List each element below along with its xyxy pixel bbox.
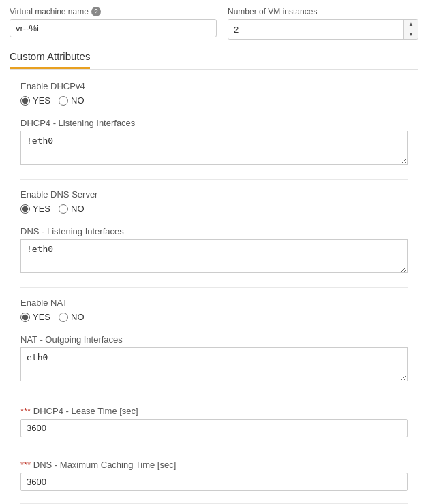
nat-no-label[interactable]: NO bbox=[59, 312, 85, 322]
nat-yes-text: YES bbox=[33, 312, 50, 322]
attributes-content: Enable DHCPv4 YES NO DHCP4 - Listening I… bbox=[10, 70, 418, 504]
nat-outgoing-textarea[interactable]: eth0 bbox=[20, 347, 408, 381]
sep1 bbox=[20, 179, 408, 180]
dns-cache-stars: *** bbox=[20, 460, 31, 470]
dns-cache-label-text: DNS - Maximum Caching Time [sec] bbox=[31, 460, 176, 470]
nat-outgoing-label-text: NAT - Outgoing Interfaces bbox=[20, 334, 123, 345]
nat-outgoing-group: NAT - Outgoing Interfaces eth0 bbox=[20, 334, 408, 383]
vm-instances-label-text: Number of VM instances bbox=[228, 7, 317, 16]
vm-instances-block: Number of VM instances ▲ ▼ bbox=[228, 7, 418, 40]
nat-yes-radio[interactable] bbox=[20, 313, 30, 322]
dhcp4-listening-label-text: DHCP4 - Listening Interfaces bbox=[20, 118, 135, 128]
custom-attributes-tab[interactable]: Custom Attributes bbox=[10, 46, 90, 69]
spin-up-button[interactable]: ▲ bbox=[404, 20, 418, 29]
dns-listening-label: DNS - Listening Interfaces bbox=[20, 226, 408, 236]
dhcpv4-yes-label[interactable]: YES bbox=[20, 95, 50, 106]
dns-yes-radio[interactable] bbox=[20, 204, 30, 214]
dhcpv4-no-radio[interactable] bbox=[59, 96, 68, 106]
custom-attributes-section: Custom Attributes Enable DHCPv4 YES NO bbox=[0, 46, 428, 504]
nat-no-radio[interactable] bbox=[59, 313, 68, 322]
dns-listening-label-text: DNS - Listening Interfaces bbox=[20, 226, 124, 236]
spin-buttons: ▲ ▼ bbox=[403, 20, 418, 39]
dns-listening-group: DNS - Listening Interfaces !eth0 bbox=[20, 226, 408, 275]
dhcpv4-yes-radio[interactable] bbox=[20, 96, 30, 106]
spin-down-button[interactable]: ▼ bbox=[404, 29, 418, 39]
dns-yes-text: YES bbox=[33, 204, 50, 214]
dns-no-text: NO bbox=[71, 204, 85, 214]
sep2 bbox=[20, 287, 408, 288]
sep3 bbox=[20, 396, 408, 396]
dhcp4-listening-label: DHCP4 - Listening Interfaces bbox=[20, 118, 408, 128]
vm-name-block: Virtual machine name ? bbox=[10, 7, 217, 37]
dns-no-label[interactable]: NO bbox=[59, 204, 85, 214]
dhcpv4-no-text: NO bbox=[71, 95, 85, 106]
vm-name-label-text: Virtual machine name bbox=[10, 7, 89, 16]
nat-enable-label-text: Enable NAT bbox=[20, 298, 67, 308]
dns-cache-input[interactable] bbox=[20, 473, 408, 491]
dns-cache-label: *** DNS - Maximum Caching Time [sec] bbox=[20, 460, 408, 470]
nat-outgoing-label: NAT - Outgoing Interfaces bbox=[20, 334, 408, 345]
nat-yes-label[interactable]: YES bbox=[20, 312, 50, 322]
dhcpv4-radio-group: YES NO bbox=[20, 95, 408, 106]
dns-group: Enable DNS Server YES NO bbox=[20, 189, 408, 214]
dns-no-radio[interactable] bbox=[59, 204, 68, 214]
vm-instances-input-wrapper: ▲ ▼ bbox=[228, 19, 418, 40]
nat-no-text: NO bbox=[71, 312, 85, 322]
dhcpv4-enable-label: Enable DHCPv4 bbox=[20, 81, 408, 91]
dhcpv4-enable-label-text: Enable DHCPv4 bbox=[20, 81, 85, 91]
vm-instances-input[interactable] bbox=[228, 20, 403, 39]
dhcp4-lease-input[interactable] bbox=[20, 419, 408, 437]
dns-enable-label-text: Enable DNS Server bbox=[20, 189, 97, 200]
dhcp4-listening-group: DHCP4 - Listening Interfaces !eth0 bbox=[20, 118, 408, 167]
dhcp4-lease-group: *** DHCP4 - Lease Time [sec] bbox=[20, 406, 408, 437]
dhcp4-lease-label: *** DHCP4 - Lease Time [sec] bbox=[20, 406, 408, 416]
nat-radio-group: YES NO bbox=[20, 312, 408, 322]
vm-instances-label: Number of VM instances bbox=[228, 7, 418, 16]
dhcpv4-yes-text: YES bbox=[33, 95, 50, 106]
dhcp4-lease-stars: *** bbox=[20, 406, 31, 416]
vm-name-input[interactable] bbox=[10, 19, 217, 37]
dns-listening-textarea[interactable]: !eth0 bbox=[20, 239, 408, 273]
dhcp4-listening-textarea[interactable]: !eth0 bbox=[20, 131, 408, 165]
custom-attributes-title: Custom Attributes bbox=[10, 50, 90, 62]
dns-radio-group: YES NO bbox=[20, 204, 408, 214]
dhcpv4-no-label[interactable]: NO bbox=[59, 95, 85, 106]
dns-cache-group: *** DNS - Maximum Caching Time [sec] bbox=[20, 460, 408, 491]
top-fields-row: Virtual machine name ? Number of VM inst… bbox=[0, 0, 428, 46]
sep4 bbox=[20, 450, 408, 450]
dhcpv4-group: Enable DHCPv4 YES NO bbox=[20, 81, 408, 106]
dns-enable-label: Enable DNS Server bbox=[20, 189, 408, 200]
vm-name-help-icon[interactable]: ? bbox=[91, 7, 101, 16]
dhcp4-lease-label-text: DHCP4 - Lease Time [sec] bbox=[31, 406, 138, 416]
vm-name-label: Virtual machine name ? bbox=[10, 7, 217, 16]
dns-yes-label[interactable]: YES bbox=[20, 204, 50, 214]
nat-group: Enable NAT YES NO bbox=[20, 298, 408, 322]
nat-enable-label: Enable NAT bbox=[20, 298, 408, 308]
